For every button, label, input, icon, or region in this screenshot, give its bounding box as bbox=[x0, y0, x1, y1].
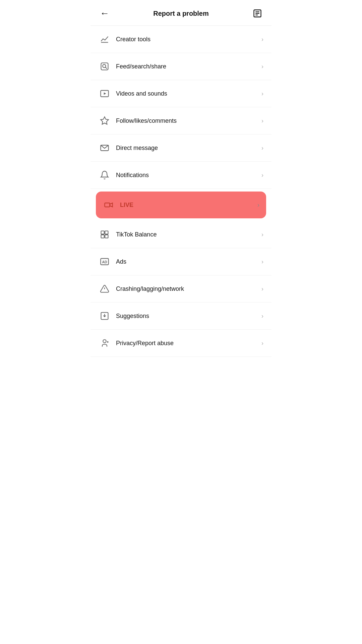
chevron-icon: › bbox=[261, 231, 263, 238]
menu-item-privacy[interactable]: Privacy/Report abuse › bbox=[90, 330, 272, 357]
chevron-icon: › bbox=[261, 340, 263, 347]
chevron-icon: › bbox=[261, 145, 263, 152]
chevron-icon: › bbox=[261, 313, 263, 320]
menu-item-direct-message[interactable]: Direct message › bbox=[90, 135, 272, 162]
menu-item-creator-tools[interactable]: Creator tools › bbox=[90, 26, 272, 53]
svg-rect-12 bbox=[105, 203, 110, 207]
menu-item-follow-likes-comments[interactable]: Follow/likes/comments › bbox=[90, 107, 272, 135]
svg-point-6 bbox=[103, 64, 106, 67]
crashing-label: Crashing/lagging/network bbox=[116, 285, 261, 292]
menu-item-notifications[interactable]: Notifications › bbox=[90, 162, 272, 189]
svg-point-24 bbox=[103, 340, 106, 343]
notifications-label: Notifications bbox=[116, 172, 261, 179]
menu-item-suggestions[interactable]: Suggestions › bbox=[90, 303, 272, 330]
chevron-icon: › bbox=[257, 202, 259, 209]
ads-icon: AD bbox=[99, 256, 111, 268]
tiktok-balance-label: TikTok Balance bbox=[116, 231, 261, 238]
menu-item-feed-search-share[interactable]: Feed/search/share › bbox=[90, 53, 272, 80]
direct-message-label: Direct message bbox=[116, 145, 261, 152]
videos-sounds-label: Videos and sounds bbox=[116, 90, 261, 97]
follow-likes-label: Follow/likes/comments bbox=[116, 117, 261, 124]
header: ← Report a problem bbox=[90, 0, 272, 26]
balance-icon bbox=[99, 228, 111, 240]
svg-rect-15 bbox=[105, 231, 108, 234]
chevron-icon: › bbox=[261, 90, 263, 97]
chevron-icon: › bbox=[261, 63, 263, 70]
feedback-icon[interactable] bbox=[251, 7, 263, 19]
live-label: LIVE bbox=[120, 202, 257, 209]
chevron-icon: › bbox=[261, 117, 263, 124]
chart-icon bbox=[99, 33, 111, 45]
menu-item-ads[interactable]: AD Ads › bbox=[90, 248, 272, 275]
svg-marker-9 bbox=[104, 93, 106, 95]
video-icon bbox=[99, 88, 111, 100]
svg-marker-10 bbox=[101, 117, 108, 124]
menu-list: Creator tools › Feed/search/share › Vide… bbox=[90, 26, 272, 357]
menu-item-videos-and-sounds[interactable]: Videos and sounds › bbox=[90, 80, 272, 107]
page-title: Report a problem bbox=[153, 10, 209, 17]
svg-marker-13 bbox=[110, 203, 113, 207]
svg-rect-17 bbox=[105, 235, 108, 238]
creator-tools-label: Creator tools bbox=[116, 36, 261, 43]
live-icon bbox=[103, 199, 115, 211]
suggestions-icon bbox=[99, 310, 111, 322]
chevron-icon: › bbox=[261, 36, 263, 43]
feed-search-share-label: Feed/search/share bbox=[116, 63, 261, 70]
menu-item-crashing[interactable]: Crashing/lagging/network › bbox=[90, 275, 272, 303]
chevron-icon: › bbox=[261, 258, 263, 265]
svg-text:AD: AD bbox=[102, 260, 107, 264]
suggestions-label: Suggestions bbox=[116, 313, 261, 320]
bell-icon bbox=[99, 169, 111, 181]
message-icon bbox=[99, 142, 111, 154]
back-button[interactable]: ← bbox=[99, 7, 111, 20]
privacy-label: Privacy/Report abuse bbox=[116, 340, 261, 347]
search-icon bbox=[99, 60, 111, 72]
ads-label: Ads bbox=[116, 258, 261, 265]
warning-icon bbox=[99, 283, 111, 295]
menu-item-live[interactable]: LIVE › bbox=[96, 192, 266, 218]
star-icon bbox=[99, 115, 111, 127]
menu-item-tiktok-balance[interactable]: TikTok Balance › bbox=[90, 221, 272, 248]
privacy-icon bbox=[99, 337, 111, 349]
svg-rect-5 bbox=[101, 63, 108, 70]
svg-line-7 bbox=[105, 67, 107, 69]
chevron-icon: › bbox=[261, 172, 263, 179]
svg-rect-16 bbox=[101, 235, 104, 238]
chevron-icon: › bbox=[261, 285, 263, 292]
svg-rect-14 bbox=[101, 231, 104, 234]
